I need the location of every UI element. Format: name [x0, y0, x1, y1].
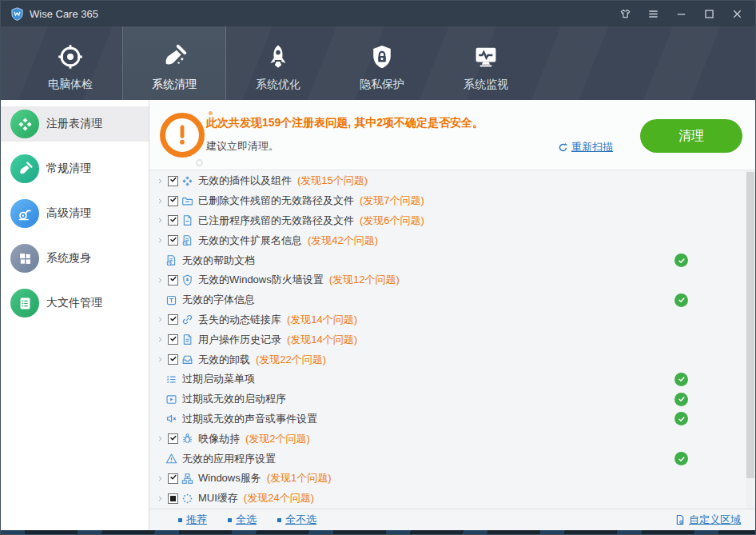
titlebar: Wise Care 365	[1, 1, 755, 26]
maximize-icon	[703, 8, 715, 20]
sidebar: 注册表清理 常规清理 高级清理 系统瘦身 大文件管理	[1, 100, 149, 530]
rescan-link[interactable]: 重新扫描	[558, 140, 613, 154]
shield-lock-icon	[369, 39, 395, 74]
list-row: 过期启动菜单项	[149, 369, 755, 389]
maximize-button[interactable]	[698, 4, 719, 23]
checkmark-icon	[169, 214, 177, 225]
row-issue-count: (发现12个问题)	[329, 273, 400, 287]
row-checkbox[interactable]	[168, 473, 178, 484]
expand-chevron-icon[interactable]	[157, 335, 164, 344]
row-label: 无效的卸载	[198, 353, 250, 367]
row-checkbox[interactable]	[168, 433, 178, 444]
tab-privacy-protect[interactable]: 隐私保护	[330, 26, 434, 100]
clean-button[interactable]: 清理	[640, 119, 742, 153]
row-checkbox[interactable]	[168, 275, 178, 285]
minimize-icon	[675, 8, 687, 20]
expand-chevron-icon[interactable]	[157, 197, 164, 206]
expand-chevron-icon[interactable]	[157, 434, 164, 443]
list-row: 过期或无效的启动程序	[149, 389, 755, 409]
doc-gear-icon	[674, 514, 686, 525]
tab-label: 隐私保护	[360, 78, 404, 92]
row-checkbox[interactable]	[168, 196, 178, 206]
dotted-circle-icon	[181, 493, 193, 505]
row-checkbox[interactable]	[168, 493, 178, 504]
sidebar-item-system-slimming[interactable]: 系统瘦身	[1, 241, 149, 276]
row-label: 过期或无效的启动程序	[182, 392, 286, 406]
issues-list: 无效的插件以及组件 (发现15个问题) 已删除文件残留的无效路径及文件 (发现7…	[149, 170, 755, 509]
scrollbar[interactable]	[746, 170, 755, 509]
clean-ok-icon	[674, 373, 688, 386]
expand-chevron-icon[interactable]	[157, 494, 164, 503]
clean-ok-icon	[674, 254, 688, 267]
row-label: 无效的应用程序设置	[182, 452, 276, 466]
menu-list-icon	[165, 373, 177, 385]
plugin-icon	[181, 175, 193, 187]
skin-button[interactable]	[615, 4, 635, 23]
doc-list-icon	[10, 289, 39, 317]
expand-chevron-icon[interactable]	[157, 474, 164, 483]
expand-chevron-icon[interactable]	[157, 315, 164, 324]
tab-pc-checkup[interactable]: 电脑体检	[18, 26, 122, 100]
expand-chevron-icon[interactable]	[157, 216, 164, 225]
checkmark-icon	[169, 353, 177, 364]
checkmark-icon	[169, 273, 177, 284]
tab-label: 系统优化	[256, 78, 300, 92]
checkmark-icon	[169, 333, 177, 344]
row-issue-count: (发现2个问题)	[245, 432, 310, 446]
row-checkbox[interactable]	[168, 235, 178, 246]
squares-icon	[10, 244, 39, 273]
sidebar-item-registry-cleaner[interactable]: 注册表清理	[1, 106, 149, 142]
row-checkbox[interactable]	[168, 354, 178, 365]
file-clock-icon	[181, 234, 193, 246]
sidebar-item-big-files[interactable]: 大文件管理	[1, 285, 149, 321]
scrollbar-thumb[interactable]	[746, 172, 754, 478]
tab-label: 系统监视	[464, 78, 508, 92]
sidebar-item-label: 大文件管理	[46, 296, 102, 310]
list-row: 已删除文件残留的无效路径及文件 (发现7个问题)	[149, 191, 755, 211]
tab-system-cleaner[interactable]: 系统清理	[122, 26, 226, 100]
custom-area-label: 自定义区域	[689, 513, 741, 527]
list-row: 无效的应用程序设置	[149, 449, 755, 469]
tab-system-tuneup[interactable]: 系统优化	[226, 26, 330, 100]
clean-ok-icon	[674, 452, 688, 465]
sidebar-item-common-cleaner[interactable]: 常规清理	[1, 151, 149, 186]
expand-chevron-icon[interactable]	[157, 236, 164, 245]
clean-ok-icon	[674, 393, 688, 406]
row-issue-count: (发现14个问题)	[287, 313, 357, 327]
row-checkbox[interactable]	[168, 314, 178, 325]
checkmark-icon	[169, 313, 177, 324]
decor-dot	[209, 111, 213, 115]
footer-bar: 推荐 全选 全不选 自定义区域	[149, 509, 755, 530]
footer-link-select-none[interactable]: 全不选	[277, 513, 316, 527]
expand-chevron-icon[interactable]	[157, 355, 164, 364]
footer-link-recommended[interactable]: 推荐	[178, 513, 207, 527]
expand-chevron-icon[interactable]	[157, 177, 164, 186]
list-row: MUI缓存 (发现24个问题)	[149, 489, 755, 509]
footer-link-select-all[interactable]: 全选	[228, 513, 257, 527]
sidebar-item-advanced-cleaner[interactable]: 高级清理	[1, 196, 149, 231]
list-row: 映像劫持 (发现2个问题)	[149, 429, 755, 449]
tab-system-monitor[interactable]: 系统监视	[434, 26, 538, 100]
expand-chevron-icon[interactable]	[157, 276, 164, 285]
row-issue-count: (发现15个问题)	[297, 174, 368, 188]
minimize-button[interactable]	[670, 4, 691, 23]
row-label: 无效的文件扩展名信息	[198, 234, 302, 248]
vacuum-icon	[10, 199, 39, 228]
row-checkbox[interactable]	[168, 334, 178, 345]
tab-label: 电脑体检	[48, 78, 93, 92]
custom-area-link[interactable]: 自定义区域	[674, 513, 741, 527]
menu-button[interactable]	[643, 4, 663, 23]
row-checkbox[interactable]	[168, 215, 178, 226]
rocket-icon	[265, 39, 291, 74]
row-label: 无效的帮助文档	[182, 254, 255, 268]
warning-triangle-icon	[165, 453, 177, 465]
checkmark-icon	[169, 433, 177, 443]
summary-headline: 此次共发现159个注册表问题, 其中2项不确定是否安全。	[206, 116, 483, 130]
row-checkbox[interactable]	[168, 176, 178, 186]
row-label: 无效的插件以及组件	[198, 174, 292, 188]
close-button[interactable]	[726, 4, 747, 23]
list-row: 无效的卸载 (发现22个问题)	[149, 349, 755, 369]
rescan-label: 重新扫描	[571, 140, 613, 154]
sidebar-item-label: 系统瘦身	[46, 251, 91, 266]
row-label: 过期或无效的声音或事件设置	[182, 412, 317, 426]
